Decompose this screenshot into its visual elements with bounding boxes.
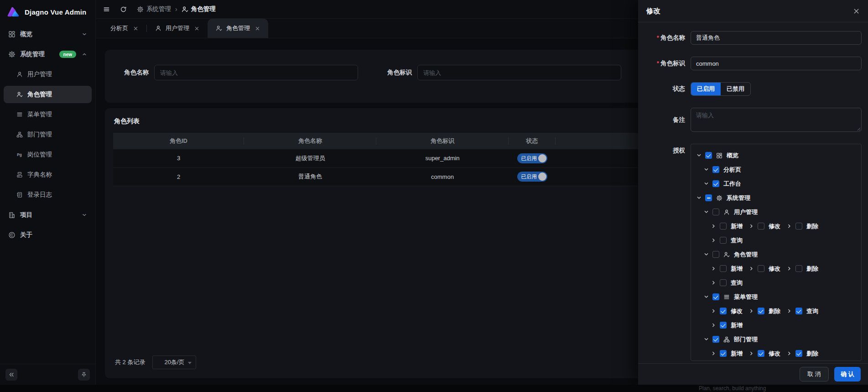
tab-user-mgmt[interactable]: 用户管理	[147, 19, 208, 38]
role-icon	[16, 91, 23, 98]
sidebar-item-about[interactable]: 关于	[4, 226, 92, 244]
menu-toggle-button[interactable]	[103, 6, 110, 13]
tree-checkbox-unchecked[interactable]	[712, 209, 719, 215]
caret-right-icon[interactable]	[787, 351, 792, 356]
caret-right-icon[interactable]	[711, 351, 716, 356]
sidebar-item-overview[interactable]: 概览	[4, 26, 92, 43]
logo-row: Djagno Vue Admin	[0, 0, 95, 24]
select-caret-icon	[188, 362, 192, 364]
tree-checkbox-checked[interactable]	[795, 308, 802, 314]
role-icon	[723, 251, 730, 258]
tree-checkbox-unchecked[interactable]	[720, 279, 727, 286]
caret-down-icon[interactable]	[704, 167, 709, 172]
caret-right-icon[interactable]	[749, 266, 754, 271]
search-input-role-name[interactable]	[154, 65, 358, 80]
tree-node-label: 修改	[731, 307, 743, 315]
caret-down-icon[interactable]	[704, 294, 709, 299]
caret-right-icon[interactable]	[711, 323, 716, 328]
status-toggle[interactable]: 已启用	[517, 172, 547, 182]
tree-checkbox-checked[interactable]	[712, 293, 719, 300]
tree-checkbox-unchecked[interactable]	[720, 265, 727, 272]
tree-row: 查询	[691, 276, 861, 290]
tree-checkbox-unchecked[interactable]	[712, 251, 719, 258]
role-name-label: 角色名称	[638, 31, 691, 45]
confirm-button[interactable]: 确 认	[834, 367, 861, 382]
caret-down-icon[interactable]	[704, 252, 709, 257]
caret-right-icon[interactable]	[787, 266, 792, 271]
tree-checkbox-indeterminate[interactable]	[705, 194, 712, 201]
tree-checkbox-checked[interactable]	[720, 350, 727, 357]
sidebar-item-user-mgmt[interactable]: 用户管理	[4, 66, 92, 83]
role-name-input[interactable]	[691, 31, 862, 45]
tree-checkbox-checked[interactable]	[758, 350, 764, 357]
tree-checkbox-checked[interactable]	[712, 336, 719, 343]
caret-down-icon[interactable]	[704, 209, 709, 214]
tree-checkbox-checked[interactable]	[712, 180, 719, 187]
sidebar-item-dict-mgmt[interactable]: 字典名称	[4, 166, 92, 183]
sidebar-item-post-mgmt[interactable]: Pg 岗位管理	[4, 146, 92, 163]
sidebar-item-menu-mgmt[interactable]: 菜单管理	[4, 106, 92, 123]
caret-right-icon[interactable]	[787, 308, 792, 314]
caret-down-icon[interactable]	[696, 195, 702, 200]
drawer-title: 修改	[646, 6, 660, 16]
tree-checkbox-unchecked[interactable]	[720, 223, 727, 230]
tree-node: 工作台	[704, 180, 741, 188]
sidebar-item-project[interactable]: 项目	[4, 206, 92, 224]
caret-right-icon[interactable]	[787, 224, 792, 229]
sidebar-item-login-log[interactable]: 登录日志	[4, 186, 92, 204]
sidebar-item-system[interactable]: 系统管理 new	[4, 46, 92, 63]
caret-right-icon[interactable]	[711, 266, 716, 271]
tab-role-mgmt[interactable]: 角色管理	[208, 19, 268, 38]
tree-checkbox-unchecked[interactable]	[795, 265, 802, 272]
edit-drawer: 修改 角色名称 角色标识 状态 已启用 已禁用 备注 授权	[638, 0, 868, 385]
tab-analysis[interactable]: 分析页	[102, 19, 146, 38]
caret-right-icon[interactable]	[749, 308, 754, 314]
background-hint-text: Plan, search, build anything	[699, 385, 766, 392]
caret-right-icon[interactable]	[749, 224, 754, 229]
role-key-input[interactable]	[691, 57, 862, 70]
form-row-status: 状态 已启用 已禁用	[638, 82, 862, 96]
tree-checkbox-checked[interactable]	[705, 152, 712, 159]
overview-icon	[716, 152, 722, 159]
tree-checkbox-checked[interactable]	[720, 308, 727, 314]
search-input-role-key[interactable]	[417, 65, 621, 80]
sidebar-item-dept-mgmt[interactable]: 部门管理	[4, 126, 92, 143]
cancel-button[interactable]: 取 消	[800, 367, 829, 382]
caret-right-icon[interactable]	[711, 238, 716, 243]
caret-right-icon[interactable]	[711, 308, 716, 314]
caret-down-icon[interactable]	[696, 153, 702, 158]
tree-checkbox-unchecked[interactable]	[758, 223, 764, 230]
tab-close-icon[interactable]	[133, 26, 138, 31]
caret-right-icon[interactable]	[711, 280, 716, 285]
remark-textarea[interactable]	[691, 108, 862, 132]
breadcrumb-role-mgmt[interactable]: 角色管理	[182, 5, 216, 13]
refresh-icon	[120, 6, 127, 13]
status-option-enabled[interactable]: 已启用	[691, 83, 721, 95]
drawer-close-button[interactable]	[853, 8, 860, 15]
status-toggle[interactable]: 已启用	[517, 153, 547, 163]
tree-checkbox-checked[interactable]	[795, 350, 802, 357]
tab-close-icon[interactable]	[255, 26, 260, 31]
caret-right-icon[interactable]	[711, 224, 716, 229]
tab-label: 角色管理	[226, 24, 250, 32]
tree-checkbox-unchecked[interactable]	[720, 237, 727, 244]
refresh-button[interactable]	[120, 6, 127, 13]
sidebar-item-role-mgmt[interactable]: 角色管理	[4, 86, 92, 103]
caret-down-icon[interactable]	[704, 181, 709, 186]
pin-button[interactable]	[78, 369, 90, 381]
caret-right-icon[interactable]	[749, 351, 754, 356]
tree-checkbox-checked[interactable]	[712, 166, 719, 173]
hamburger-icon	[103, 6, 110, 13]
tree-checkbox-checked[interactable]	[758, 308, 764, 314]
tree-node-label: 角色管理	[734, 251, 758, 259]
status-option-disabled[interactable]: 已禁用	[721, 83, 750, 95]
sidebar-collapse-button[interactable]	[5, 369, 17, 381]
tree-checkbox-unchecked[interactable]	[795, 223, 802, 230]
page-size-select[interactable]: 20条/页	[152, 355, 196, 369]
tab-close-icon[interactable]	[194, 26, 199, 31]
caret-down-icon[interactable]	[704, 337, 709, 342]
tree-node: 新增	[711, 265, 743, 273]
tree-checkbox-unchecked[interactable]	[758, 265, 764, 272]
breadcrumb-system[interactable]: 系统管理	[137, 5, 171, 13]
tree-checkbox-checked[interactable]	[720, 322, 727, 329]
